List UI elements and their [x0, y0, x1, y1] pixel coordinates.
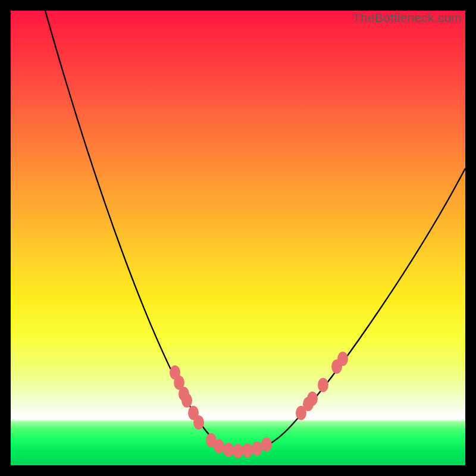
bead-group	[170, 352, 348, 458]
bead-marker	[223, 443, 234, 457]
bead-marker	[252, 441, 262, 456]
bead-marker	[181, 393, 192, 408]
bead-marker	[307, 392, 318, 406]
bead-marker	[242, 443, 253, 458]
chart-frame: TheBottleneck.com	[11, 11, 465, 465]
bottleneck-curve-line	[45, 11, 465, 451]
bead-marker	[193, 415, 204, 430]
bead-marker	[337, 352, 348, 366]
bottleneck-chart	[11, 11, 465, 465]
bead-marker	[318, 378, 328, 392]
bead-marker	[233, 444, 243, 458]
bead-marker	[214, 439, 224, 453]
bead-marker	[261, 437, 272, 452]
